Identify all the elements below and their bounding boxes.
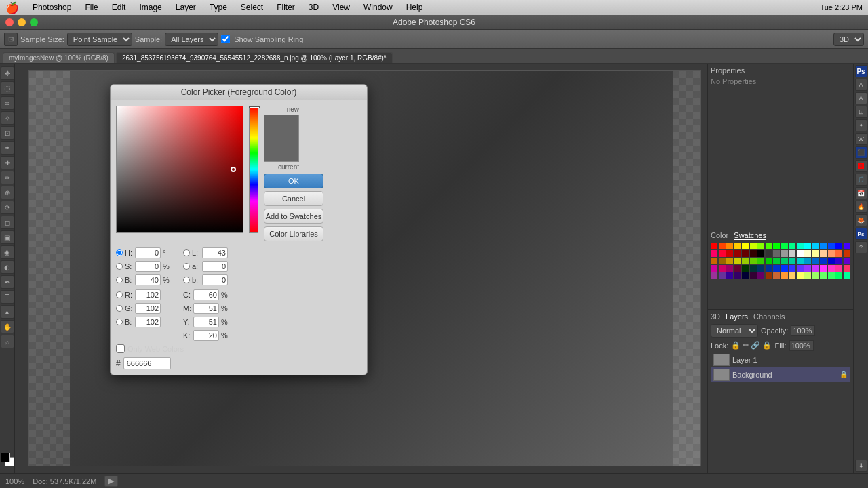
swatch-cell[interactable] — [820, 258, 827, 264]
swatch-cell[interactable] — [797, 250, 804, 257]
r-input[interactable] — [135, 289, 161, 300]
only-web-colors-checkbox[interactable] — [116, 344, 125, 353]
eraser-tool[interactable]: ◻ — [1, 216, 14, 229]
swatch-cell[interactable] — [835, 250, 842, 257]
c-input[interactable] — [193, 289, 219, 300]
tool-mode-button[interactable]: ⊡ — [4, 33, 18, 46]
hue-slider[interactable] — [249, 106, 258, 233]
swatch-cell[interactable] — [828, 243, 835, 249]
swatch-cell[interactable] — [766, 250, 772, 257]
swatch-cell[interactable] — [757, 258, 764, 264]
b3-radio[interactable] — [183, 277, 190, 283]
swatch-cell[interactable] — [750, 265, 757, 272]
swatch-cell[interactable] — [781, 265, 788, 272]
sample-size-select[interactable]: Point Sample — [67, 33, 132, 46]
swatch-cell[interactable] — [789, 243, 795, 249]
h-radio[interactable] — [116, 249, 123, 256]
swatch-cell[interactable] — [742, 243, 749, 249]
b2-input[interactable] — [135, 317, 161, 327]
text-tool[interactable]: T — [1, 290, 14, 304]
swatch-cell[interactable] — [804, 243, 811, 249]
zoom-tool[interactable]: ⌕ — [1, 335, 14, 348]
panel-icon-7[interactable]: 🅰 — [855, 160, 867, 172]
a-input[interactable] — [202, 261, 228, 272]
swatch-cell[interactable] — [734, 243, 741, 249]
panel-icon-1[interactable]: A — [855, 79, 867, 91]
swatch-cell[interactable] — [711, 265, 717, 272]
swatch-cell[interactable] — [835, 272, 842, 279]
panel-icon-12[interactable]: Ps — [855, 228, 867, 240]
swatch-cell[interactable] — [820, 272, 827, 279]
swatch-cell[interactable] — [781, 243, 788, 249]
l-radio[interactable] — [183, 249, 190, 256]
swatch-cell[interactable] — [711, 250, 717, 257]
tab-1[interactable]: 2631_853756193674_9390764_56545512_22826… — [116, 52, 393, 63]
add-to-swatches-button[interactable]: Add to Swatches — [264, 209, 323, 224]
color-spectrum[interactable] — [116, 106, 243, 233]
swatch-cell[interactable] — [711, 272, 717, 279]
swatch-cell[interactable] — [797, 272, 804, 279]
swatch-cell[interactable] — [719, 272, 726, 279]
panel-icon-3[interactable]: ⊡ — [855, 106, 867, 118]
swatch-cell[interactable] — [711, 243, 717, 249]
swatch-cell[interactable] — [726, 258, 733, 264]
swatch-cell[interactable] — [828, 272, 835, 279]
tab-0[interactable]: myImagesNew @ 100% (RGB/8) — [3, 52, 115, 63]
swatch-cell[interactable] — [789, 258, 795, 264]
eyedropper-tool[interactable]: ✒ — [1, 141, 14, 155]
s-radio[interactable] — [116, 263, 123, 270]
l-input[interactable] — [202, 247, 228, 258]
maximize-button[interactable] — [30, 18, 38, 26]
menu-type[interactable]: Type — [207, 3, 230, 12]
swatch-cell[interactable] — [812, 250, 819, 257]
swatch-cell[interactable] — [804, 272, 811, 279]
blur-tool[interactable]: ◉ — [1, 245, 14, 259]
menu-help[interactable]: Help — [403, 3, 426, 12]
brush-tool[interactable]: ✏ — [1, 171, 14, 184]
panel-icon-9[interactable]: 📅 — [855, 187, 867, 199]
swatch-cell[interactable] — [789, 272, 795, 279]
b-radio[interactable] — [116, 277, 123, 283]
swatch-cell[interactable] — [789, 250, 795, 257]
menu-layer[interactable]: Layer — [173, 3, 199, 12]
swatch-cell[interactable] — [742, 272, 749, 279]
swatches-tab[interactable]: Swatches — [734, 231, 766, 240]
swatch-cell[interactable] — [835, 258, 842, 264]
play-button[interactable]: ▶ — [104, 476, 118, 487]
swatch-cell[interactable] — [820, 250, 827, 257]
swatch-cell[interactable] — [742, 258, 749, 264]
history-brush-tool[interactable]: ⟳ — [1, 201, 14, 214]
swatch-cell[interactable] — [734, 258, 741, 264]
swatch-cell[interactable] — [781, 258, 788, 264]
swatch-cell[interactable] — [766, 265, 772, 272]
minimize-button[interactable] — [18, 18, 26, 26]
swatch-cell[interactable] — [835, 265, 842, 272]
swatch-cell[interactable] — [719, 258, 726, 264]
blend-mode-select[interactable]: Normal — [711, 324, 758, 338]
swatch-cell[interactable] — [844, 250, 850, 257]
swatch-cell[interactable] — [719, 250, 726, 257]
dodge-tool[interactable]: ◐ — [1, 260, 14, 274]
swatch-cell[interactable] — [797, 265, 804, 272]
swatch-cell[interactable] — [789, 265, 795, 272]
swatch-cell[interactable] — [781, 250, 788, 257]
s-input[interactable] — [135, 261, 161, 272]
crop-tool[interactable]: ⊡ — [1, 126, 14, 140]
layers-tab[interactable]: Layers — [726, 312, 748, 321]
swatch-cell[interactable] — [757, 243, 764, 249]
swatch-cell[interactable] — [750, 272, 757, 279]
r-radio[interactable] — [116, 291, 123, 298]
ok-button[interactable]: OK — [264, 174, 323, 188]
magic-wand-tool[interactable]: ✧ — [1, 111, 14, 125]
3d-select[interactable]: 3D — [833, 33, 864, 46]
panel-icon-10[interactable]: 🔥 — [855, 201, 867, 213]
a-radio[interactable] — [183, 263, 190, 270]
panel-icon-2[interactable]: A — [855, 92, 867, 104]
menu-edit[interactable]: Edit — [109, 3, 129, 12]
3d-tab[interactable]: 3D — [711, 312, 720, 321]
layer-row-0[interactable]: Layer 1 — [711, 352, 850, 367]
b-input[interactable] — [135, 274, 161, 285]
gradient-tool[interactable]: ▣ — [1, 230, 14, 244]
pen-tool[interactable]: ✒ — [1, 275, 14, 289]
move-tool[interactable]: ✥ — [1, 66, 14, 80]
